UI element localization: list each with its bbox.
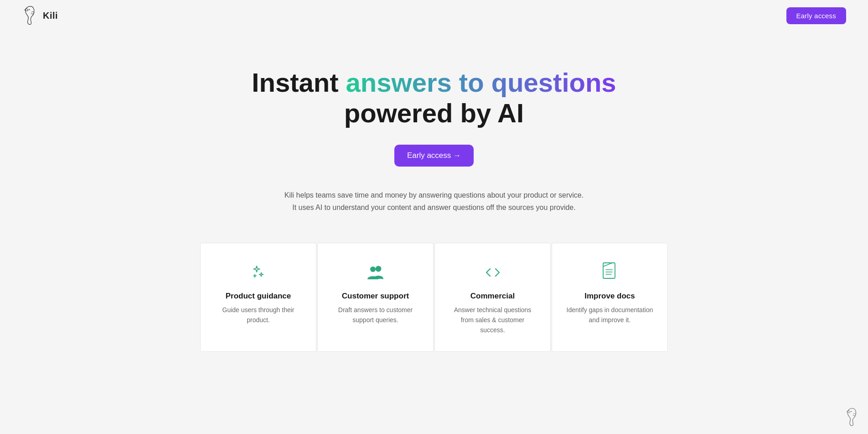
- logo-text: Kili: [43, 10, 58, 21]
- logo-area: Kili: [22, 5, 58, 26]
- early-access-hero-button[interactable]: Early access →: [394, 145, 474, 167]
- card-customer-support: Customer support Draft answers to custom…: [317, 243, 434, 352]
- card-product-guidance-desc: Guide users through their product.: [214, 305, 302, 325]
- svg-point-2: [370, 267, 376, 272]
- card-customer-support-desc: Draft answers to customer support querie…: [331, 305, 419, 325]
- card-commercial-title: Commercial: [470, 292, 515, 301]
- card-improve-docs-desc: Identify gaps in documentation and impro…: [566, 305, 654, 325]
- sparkles-icon: [248, 261, 269, 283]
- card-commercial-desc: Answer technical questions from sales & …: [449, 305, 537, 335]
- svg-point-0: [29, 9, 30, 10]
- card-customer-support-title: Customer support: [342, 292, 409, 301]
- card-product-guidance-title: Product guidance: [226, 292, 291, 301]
- hero-title-gradient: answers to questions: [346, 68, 616, 97]
- hero-title: Instant answers to questions powered by …: [252, 68, 616, 128]
- hero-title-plain: Instant: [252, 68, 346, 97]
- early-access-nav-button[interactable]: Early access: [786, 7, 846, 24]
- hero-section: Instant answers to questions powered by …: [0, 31, 868, 232]
- hero-description: Kili helps teams save time and money by …: [284, 189, 584, 214]
- bird-logo-icon: [22, 5, 39, 26]
- code-icon: [483, 261, 503, 283]
- hero-cta: Early access →: [394, 145, 474, 167]
- card-improve-docs-title: Improve docs: [584, 292, 635, 301]
- users-icon: [365, 261, 387, 283]
- navbar: Kili Early access: [0, 0, 868, 31]
- hero-title-plain2: powered by AI: [344, 98, 524, 128]
- svg-rect-3: [603, 263, 615, 278]
- svg-point-1: [376, 267, 381, 272]
- document-icon: [601, 261, 619, 283]
- bottom-bird-icon: [844, 408, 861, 427]
- svg-point-4: [851, 411, 852, 412]
- card-commercial: Commercial Answer technical questions fr…: [434, 243, 551, 352]
- cards-section: Product guidance Guide users through the…: [0, 232, 868, 379]
- card-improve-docs: Improve docs Identify gaps in documentat…: [552, 243, 668, 352]
- card-product-guidance: Product guidance Guide users through the…: [200, 243, 316, 352]
